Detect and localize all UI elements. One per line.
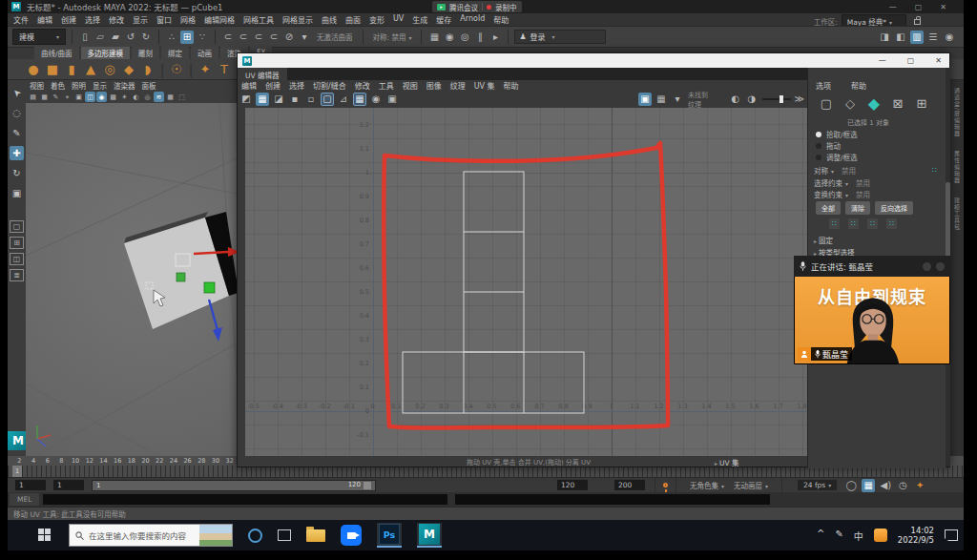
pin-tool-icon[interactable]: ∷: [867, 218, 878, 229]
fps-dropdown[interactable]: 24 fps: [798, 480, 837, 490]
texture-dropdown-icon[interactable]: ▾: [671, 93, 684, 106]
snap-to-curve-icon[interactable]: ⊂: [221, 31, 235, 44]
lasso-tool-icon[interactable]: ◌: [10, 106, 24, 120]
reaction-icon[interactable]: [936, 262, 945, 271]
uv-maximize-button[interactable]: ▢: [907, 56, 915, 65]
wireframe-shading-icon[interactable]: ◫: [85, 92, 95, 102]
menu-set-dropdown[interactable]: 建模: [12, 29, 66, 45]
snap-modes-icon[interactable]: ∵: [196, 31, 209, 44]
shelf-tab-poly-modeling[interactable]: 多边形建模: [81, 47, 131, 59]
playback-end-field[interactable]: 120: [557, 480, 588, 490]
snap-to-grid-icon[interactable]: ⊞: [180, 31, 194, 44]
exposure-icon[interactable]: ◐: [729, 93, 742, 106]
transform-constraint-row[interactable]: 变换约束 禁用: [814, 189, 941, 199]
uv-editor-title-bar[interactable]: M — ▢ ✕: [238, 53, 949, 68]
shelf-tab-sculpt[interactable]: 雕刻: [132, 47, 159, 59]
image-plane-icon[interactable]: ▣: [73, 92, 84, 102]
tray-meeting-icon[interactable]: [874, 529, 887, 542]
channel-box-toggle-icon[interactable]: ▥: [910, 31, 924, 44]
symmetry-dropdown[interactable]: 对称: 禁用: [373, 31, 412, 42]
lock-camera-icon[interactable]: ▦: [39, 92, 50, 102]
file-explorer-icon[interactable]: [306, 529, 325, 542]
checker-map-icon[interactable]: ▦: [256, 93, 269, 106]
tab-channel-box[interactable]: 通道盒/层编辑器: [953, 88, 962, 137]
current-frame-indicator[interactable]: 1: [12, 466, 22, 477]
pixel-snap-icon[interactable]: ▢: [321, 93, 334, 106]
grid-toggle-icon[interactable]: ▦: [353, 93, 366, 106]
animation-end-field[interactable]: 200: [614, 480, 645, 490]
slider-handle[interactable]: [780, 95, 783, 103]
meeting-overlay[interactable]: 正在讲话: 甄晶莹 从自由到规束: [794, 256, 950, 364]
tencent-meeting-app-icon[interactable]: [341, 525, 362, 546]
poly-cube-icon[interactable]: ■: [44, 62, 61, 77]
shelf-divider[interactable]: |: [187, 62, 195, 77]
select-vertex-icon[interactable]: ▢: [818, 93, 835, 113]
section-pinning[interactable]: 固定: [814, 235, 833, 245]
viewport-3d-canvas[interactable]: [26, 103, 237, 456]
toolkit-options-menu[interactable]: 选项: [816, 80, 831, 91]
maya-app-icon[interactable]: M: [417, 523, 442, 548]
cortana-icon[interactable]: [248, 529, 262, 543]
uv-close-button[interactable]: ✕: [935, 56, 942, 65]
poly-cone-icon[interactable]: ▲: [82, 62, 99, 77]
symmetry-row[interactable]: 对称 禁用 ∷: [814, 165, 941, 176]
tencent-meeting-pill[interactable]: ▸ 腾讯会议 录制中: [432, 1, 522, 12]
two-pane-layout-icon[interactable]: ◫: [10, 253, 24, 265]
minimize-button[interactable]: —: [889, 3, 897, 11]
photoshop-app-icon[interactable]: Ps: [377, 523, 402, 548]
action-center-icon[interactable]: [945, 529, 958, 541]
task-view-icon[interactable]: [278, 529, 291, 541]
outliner-toggle-icon[interactable]: ☰: [926, 31, 940, 44]
move-tool-icon[interactable]: ✚: [10, 146, 24, 160]
type-tool-icon[interactable]: T: [216, 62, 233, 77]
snap-to-point-icon[interactable]: ⊂: [237, 31, 250, 44]
select-edge-icon[interactable]: ◇: [842, 93, 859, 113]
evaluation-icon[interactable]: ✦: [913, 479, 926, 492]
tool-settings-toggle-icon[interactable]: ◧: [894, 31, 907, 44]
select-tool-icon[interactable]: ➤: [8, 83, 27, 103]
live-surface-dropdown-icon[interactable]: ▾: [298, 31, 311, 44]
lighting-icon[interactable]: ☀: [119, 92, 130, 102]
construction-history-icon[interactable]: ▦: [427, 31, 441, 44]
textured-icon[interactable]: ▩: [108, 92, 118, 102]
range-slider[interactable]: 1 120: [92, 480, 376, 491]
playback-start-field[interactable]: 1: [53, 480, 84, 490]
select-uv-shell-icon[interactable]: ⊞: [913, 93, 930, 113]
rotate-tool-icon[interactable]: ↻: [10, 166, 24, 180]
start-button[interactable]: [38, 529, 52, 542]
poly-cylinder-icon[interactable]: ▮: [63, 62, 80, 77]
maximize-button[interactable]: ▢: [915, 3, 923, 11]
super-shape-icon[interactable]: ✦: [197, 62, 214, 77]
select-constraint-row[interactable]: 选择约束 禁用: [814, 177, 941, 188]
no-loop-icon[interactable]: ◯: [844, 479, 858, 492]
attribute-editor-toggle-icon[interactable]: ◨: [878, 31, 891, 44]
shelf-divider[interactable]: |: [158, 62, 166, 77]
undo-icon[interactable]: ↺: [124, 31, 137, 44]
select-face-icon[interactable]: ◆: [865, 93, 883, 113]
reaction-icon[interactable]: [923, 262, 931, 271]
close-button[interactable]: ✕: [940, 3, 946, 11]
tab-uv-editor[interactable]: UV 编辑器: [238, 68, 287, 80]
bookmark-icon[interactable]: ⌖: [62, 92, 73, 102]
mel-toggle-button[interactable]: MEL: [10, 493, 39, 506]
four-pane-layout-icon[interactable]: ⊞: [10, 237, 24, 249]
new-scene-icon[interactable]: ▯: [78, 31, 92, 44]
time-editor-icon[interactable]: ◷: [896, 479, 909, 492]
sphere-project-icon[interactable]: ☉: [168, 62, 185, 77]
windows-ink-icon[interactable]: ✎: [835, 529, 842, 543]
anim-layer-dropdown[interactable]: 无动画层: [734, 480, 768, 490]
login-button[interactable]: ♟ 登录: [514, 30, 606, 44]
ipr-render-icon[interactable]: ◎: [458, 31, 471, 44]
drag-radio[interactable]: 拖动: [816, 140, 841, 151]
uv-minimize-button[interactable]: —: [879, 56, 886, 65]
image-display-icon[interactable]: ▣: [638, 93, 652, 106]
save-scene-icon[interactable]: ▰: [109, 31, 122, 44]
shelf-tab-animation[interactable]: 动画: [191, 47, 218, 59]
step-icon[interactable]: ▸: [488, 31, 502, 44]
shell-border-icon[interactable]: ⊿: [337, 93, 350, 106]
select-uv-icon[interactable]: ⊠: [889, 93, 906, 113]
poly-disc-icon[interactable]: ◗: [139, 62, 156, 77]
tray-expand-icon[interactable]: ^: [817, 529, 824, 543]
redo-icon[interactable]: ↻: [139, 31, 153, 44]
single-pane-layout-icon[interactable]: ▢: [10, 220, 24, 233]
